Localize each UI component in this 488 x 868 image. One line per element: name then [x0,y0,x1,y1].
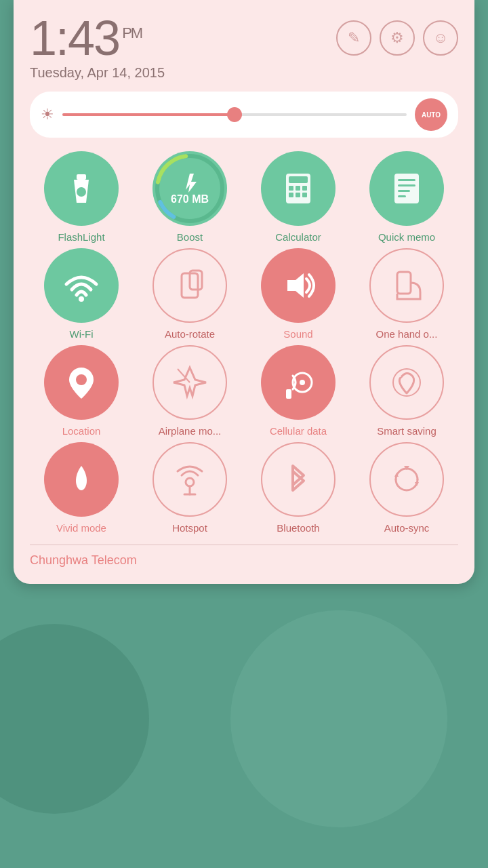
brightness-icon: ☀ [41,106,54,123]
flashlight-icon [44,151,119,226]
tile-boost[interactable]: 670 MB Boost [138,151,241,243]
tile-sound[interactable]: Sound [247,248,350,340]
tile-flashlight[interactable]: FlashLight [30,151,133,243]
cellular-icon [261,345,336,420]
tile-cellular[interactable]: Cellular data [247,345,350,437]
svg-rect-11 [289,193,293,197]
notification-panel: 1:43PM Tuesday, Apr 14, 2015 ✎ ⚙ ☺ ☀ AUT… [14,0,474,584]
svg-rect-23 [397,272,411,294]
svg-rect-7 [289,176,308,183]
bluetooth-label: Bluetooth [277,522,319,534]
tile-wifi[interactable]: Wi-Fi [30,248,133,340]
vivid-mode-label: Vivid mode [56,522,106,534]
one-hand-label: One hand o... [376,328,438,340]
ampm-label: PM [122,24,142,41]
svg-point-2 [77,187,86,197]
svg-rect-13 [302,193,307,197]
auto-sync-label: Auto-sync [384,522,430,534]
quick-memo-icon [369,151,444,226]
svg-point-19 [79,296,84,302]
cellular-label: Cellular data [270,425,327,437]
sound-icon [261,248,336,323]
carrier-name: Chunghwa Telecom [30,553,458,568]
tile-vivid-mode[interactable]: Vivid mode [30,442,133,534]
auto-sync-icon [369,442,444,517]
svg-point-29 [186,478,194,486]
header-actions: ✎ ⚙ ☺ [336,20,458,56]
brightness-thumb[interactable] [227,107,242,122]
smart-saving-label: Smart saving [377,425,436,437]
tile-calculator[interactable]: Calculator [247,151,350,243]
date-display: Tuesday, Apr 14, 2015 [30,65,165,81]
svg-marker-22 [287,273,304,298]
svg-rect-16 [398,184,415,186]
airplane-label: Airplane mo... [159,425,222,437]
brightness-control: ☀ AUTO [30,92,458,138]
calculator-label: Calculator [275,231,321,243]
tile-smart-saving[interactable]: Smart saving [355,345,458,437]
svg-rect-17 [398,190,410,192]
wifi-icon [44,248,119,323]
quick-tiles-grid: FlashLight 670 MB Boost [30,151,458,534]
tile-one-hand[interactable]: One hand o... [355,248,458,340]
time-value: 1:43 [30,11,119,65]
svg-rect-14 [394,174,419,203]
airplane-icon [152,345,227,420]
auto-brightness-button[interactable]: AUTO [415,98,447,131]
bluetooth-icon [261,442,336,517]
svg-rect-27 [286,389,291,399]
boost-mb-label: 670 MB [171,193,209,205]
svg-point-26 [300,380,305,385]
tile-airplane[interactable]: Airplane mo... [138,345,241,437]
wifi-label: Wi-Fi [70,328,94,340]
tile-quick-memo[interactable]: Quick memo [355,151,458,243]
quick-memo-label: Quick memo [378,231,435,243]
calculator-icon [261,151,336,226]
svg-rect-12 [296,193,300,197]
edit-button[interactable]: ✎ [336,20,371,56]
tile-hotspot[interactable]: Hotspot [138,442,241,534]
auto-rotate-icon [152,248,227,323]
vivid-mode-icon [44,442,119,517]
tile-auto-rotate[interactable]: Auto-rotate [138,248,241,340]
settings-button[interactable]: ⚙ [380,20,415,56]
smart-saving-icon [369,345,444,420]
one-hand-icon [369,248,444,323]
bg-decoration-left [0,624,149,814]
boost-label: Boost [177,231,203,243]
svg-rect-8 [289,186,293,191]
svg-rect-10 [302,186,307,191]
flashlight-label: FlashLight [58,231,104,243]
bg-decoration-right [230,610,447,827]
time-section: 1:43PM Tuesday, Apr 14, 2015 [30,14,165,81]
accessibility-button[interactable]: ☺ [423,20,458,56]
brightness-slider-track[interactable] [62,113,407,116]
location-label: Location [62,425,101,437]
auto-rotate-label: Auto-rotate [165,328,215,340]
svg-point-24 [76,374,87,385]
clock-display: 1:43PM [30,14,165,62]
svg-rect-15 [398,179,415,181]
location-icon [44,345,119,420]
brightness-fill [62,113,235,116]
tile-auto-sync[interactable]: Auto-sync [355,442,458,534]
hotspot-icon [152,442,227,517]
tile-bluetooth[interactable]: Bluetooth [247,442,350,534]
panel-divider [30,545,458,545]
boost-icon: 670 MB [152,151,227,226]
svg-rect-18 [398,195,406,197]
panel-header: 1:43PM Tuesday, Apr 14, 2015 ✎ ⚙ ☺ [30,14,458,81]
tile-location[interactable]: Location [30,345,133,437]
sound-label: Sound [283,328,312,340]
svg-rect-9 [296,186,300,191]
svg-rect-0 [77,174,86,180]
hotspot-label: Hotspot [172,522,207,534]
